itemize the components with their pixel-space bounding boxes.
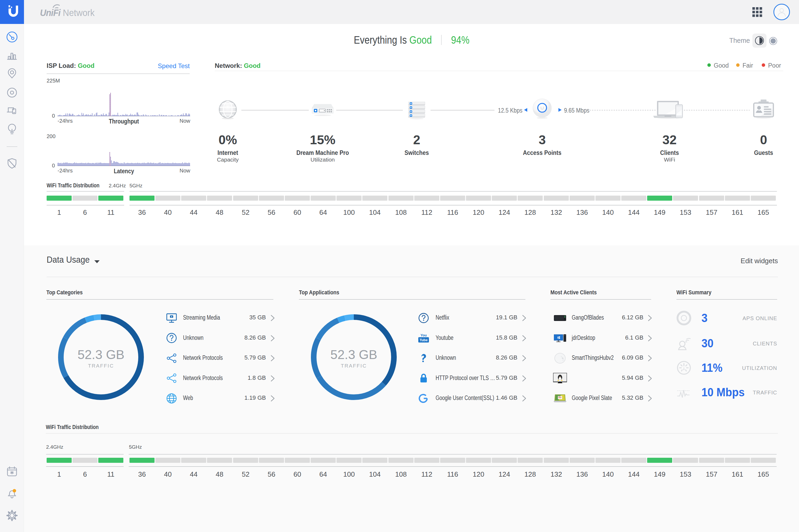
svg-text:You: You: [420, 333, 427, 337]
svg-text:Tube: Tube: [420, 338, 428, 342]
